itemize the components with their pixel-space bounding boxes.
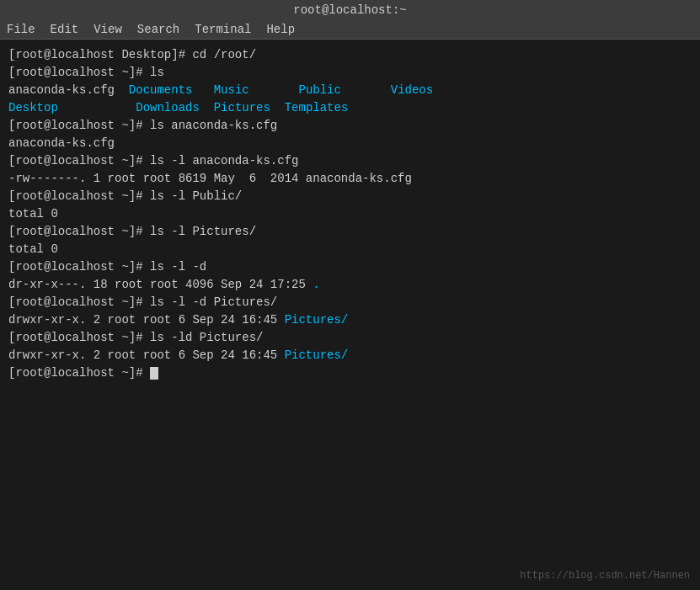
terminal-line-6: anaconda-ks.cfg (8, 135, 692, 152)
terminal-line-3: anaconda-ks.cfg Documents Music Public V… (8, 82, 692, 99)
window-title: root@localhost:~ (293, 3, 406, 17)
menu-view[interactable]: View (94, 23, 122, 36)
terminal-line-10: total 0 (8, 205, 692, 223)
terminal-line-12: total 0 (8, 241, 692, 258)
terminal-line-17: [root@localhost ~]# ls -ld Pictures/ (8, 329, 692, 347)
terminal-line-7: [root@localhost ~]# ls -l anaconda-ks.cf… (8, 152, 692, 170)
terminal-line-15: [root@localhost ~]# ls -l -d Pictures/ (8, 294, 692, 311)
menu-bar: File Edit View Search Terminal Help (0, 20, 700, 40)
terminal-line-14: dr-xr-x---. 18 root root 4096 Sep 24 17:… (8, 276, 692, 294)
terminal-line-9: [root@localhost ~]# ls -l Public/ (8, 188, 692, 205)
watermark: https://blog.csdn.net/Hannen (520, 568, 690, 583)
terminal-line-1: [root@localhost Desktop]# cd /root/ (8, 46, 692, 64)
terminal-body[interactable]: [root@localhost Desktop]# cd /root/ [roo… (0, 40, 700, 590)
title-bar: root@localhost:~ (0, 0, 700, 20)
terminal-line-13: [root@localhost ~]# ls -l -d (8, 258, 692, 276)
menu-file[interactable]: File (7, 23, 35, 36)
terminal-line-11: [root@localhost ~]# ls -l Pictures/ (8, 223, 692, 241)
terminal-line-4: Desktop Downloads Pictures Templates (8, 99, 692, 117)
menu-help[interactable]: Help (266, 23, 295, 36)
cursor (150, 367, 158, 380)
terminal-line-18: drwxr-xr-x. 2 root root 6 Sep 24 16:45 P… (8, 347, 692, 364)
terminal-prompt: [root@localhost ~]# (8, 364, 692, 382)
menu-search[interactable]: Search (137, 23, 179, 36)
terminal-line-16: drwxr-xr-x. 2 root root 6 Sep 24 16:45 P… (8, 311, 692, 329)
terminal-line-2: [root@localhost ~]# ls (8, 64, 692, 82)
terminal-line-5: [root@localhost ~]# ls anaconda-ks.cfg (8, 117, 692, 135)
menu-terminal[interactable]: Terminal (195, 23, 251, 36)
terminal-line-8: -rw-------. 1 root root 8619 May 6 2014 … (8, 170, 692, 188)
menu-edit[interactable]: Edit (51, 23, 79, 36)
